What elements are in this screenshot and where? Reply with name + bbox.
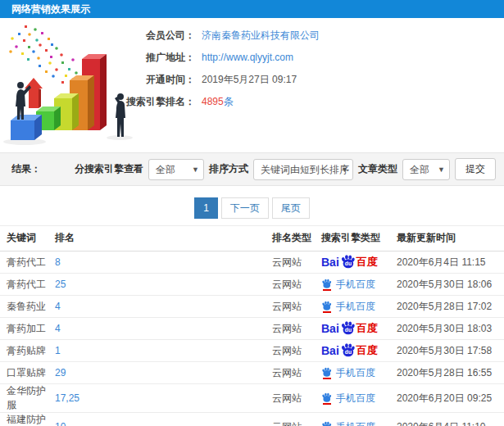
engine-cell: 手机百度 [321, 413, 397, 426]
baidu-du-text: du [345, 349, 352, 355]
baidu-du-text: du [345, 327, 352, 333]
keyword-cell: 秦鲁药业 [0, 296, 55, 318]
keyword-cell: 膏药贴牌 [0, 340, 55, 362]
rank-link[interactable]: 4 [55, 323, 61, 334]
baidu-mobile-logo[interactable]: 手机百度 [321, 300, 375, 314]
baidu-mobile-logo[interactable]: 手机百度 [321, 278, 375, 292]
rank-cell: 4 [55, 296, 272, 318]
header-rank-type: 排名类型 [272, 226, 321, 252]
table-row: 膏药加工 4 云网站 Bai du 百度 2020年5月30日 18:03 [0, 318, 504, 340]
header-update-time: 最新更新时间 [397, 226, 504, 252]
engine-filter-select[interactable]: 全部 ▼ [148, 159, 204, 180]
engine-cell: 手机百度 [321, 296, 397, 318]
table-row: 福建防护服 10 云网站 手机百度 2020年6月4日 11:10 [0, 413, 504, 426]
engine-cell: 手机百度 [321, 274, 397, 296]
page-title: 网络营销效果展示 [11, 3, 90, 15]
article-type-label: 文章类型 [358, 162, 397, 176]
pagination: 1 下一页 尾页 [0, 197, 504, 219]
rank-link[interactable]: 17,25 [55, 392, 79, 404]
next-page-button[interactable]: 下一页 [221, 197, 269, 219]
baidu-mobile-label: 手机百度 [336, 278, 375, 292]
baidu-paw-icon [321, 421, 332, 426]
table-row: 膏药代工 25 云网站 手机百度 2020年5月30日 18:06 [0, 274, 504, 296]
chevron-down-icon: ▼ [341, 160, 348, 179]
keyword-cell: 膏药代工 [0, 252, 55, 274]
baidu-mobile-logo[interactable]: 手机百度 [321, 420, 375, 426]
rank-cell: 1 [55, 340, 272, 362]
update-time-cell: 2020年6月4日 11:10 [397, 413, 504, 426]
rank-type-cell: 云网站 [272, 340, 321, 362]
page-1-button[interactable]: 1 [194, 197, 218, 219]
chevron-down-icon: ▼ [192, 160, 199, 179]
header-keyword: 关键词 [0, 226, 55, 252]
article-type-select[interactable]: 全部 ▼ [402, 159, 450, 180]
keyword-cell: 口罩贴牌 [0, 362, 55, 384]
update-time-cell: 2020年5月30日 18:03 [397, 318, 504, 340]
page-title-bar: 网络营销效果展示 [0, 0, 504, 18]
rank-cell: 17,25 [55, 384, 272, 413]
rank-type-cell: 云网站 [272, 274, 321, 296]
engine-rank-count: 4895 [202, 96, 224, 107]
promo-url-link[interactable]: http://www.qlyyjt.com [202, 51, 293, 65]
rank-cell: 29 [55, 362, 272, 384]
baidu-red-underline [323, 378, 331, 379]
update-time-cell: 2020年5月28日 17:02 [397, 296, 504, 318]
rank-cell: 8 [55, 252, 272, 274]
keyword-cell: 膏药加工 [0, 318, 55, 340]
engine-cell: 手机百度 [321, 362, 397, 384]
baidu-cn-text: 百度 [356, 343, 378, 358]
update-time-cell: 2020年5月30日 18:06 [397, 274, 504, 296]
rank-type-cell: 云网站 [272, 296, 321, 318]
baidu-du-text: du [345, 261, 352, 266]
article-type-value: 全部 [410, 164, 429, 175]
keyword-ranking-table: 关键词 排名 排名类型 搜索引擎类型 最新更新时间 膏药代工 8 云网站 Bai… [0, 225, 504, 426]
table-row: 秦鲁药业 4 云网站 手机百度 2020年5月28日 17:02 [0, 296, 504, 318]
last-page-button[interactable]: 尾页 [272, 197, 310, 219]
update-time-cell: 2020年5月30日 17:58 [397, 340, 504, 362]
table-row: 膏药贴牌 1 云网站 Bai du 百度 2020年5月30日 17:58 [0, 340, 504, 362]
baidu-paw-icon: du [340, 342, 356, 357]
baidu-pc-logo[interactable]: Bai du 百度 [321, 255, 378, 270]
rank-link[interactable]: 1 [55, 345, 61, 356]
update-time-cell: 2020年5月28日 16:55 [397, 362, 504, 384]
chevron-down-icon: ▼ [438, 160, 445, 179]
update-time-cell: 2020年6月20日 09:25 [397, 384, 504, 413]
rank-link[interactable]: 4 [55, 301, 61, 312]
rank-type-cell: 云网站 [272, 413, 321, 426]
businessman-right [115, 93, 125, 137]
rank-link[interactable]: 10 [55, 421, 66, 426]
keyword-cell: 金华防护服 [0, 384, 55, 413]
engine-cell: Bai du 百度 [321, 318, 397, 340]
filter-bar: 结果： 分搜索引擎查看 全部 ▼ 排序方式 关键词由短到长排序 ▼ 文章类型 全… [0, 152, 504, 186]
rank-cell: 25 [55, 274, 272, 296]
info-section: 会员公司： 济南秦鲁药业科技有限公司 推广地址： http://www.qlyy… [0, 18, 504, 152]
baidu-pc-logo[interactable]: Bai du 百度 [321, 343, 378, 358]
keyword-cell: 福建防护服 [0, 413, 55, 426]
results-label: 结果： [11, 162, 41, 176]
table-row: 金华防护服 17,25 云网站 手机百度 2020年6月20日 09:25 [0, 384, 504, 413]
rank-link[interactable]: 8 [55, 256, 61, 268]
baidu-mobile-logo[interactable]: 手机百度 [321, 366, 375, 380]
company-name-link[interactable]: 济南秦鲁药业科技有限公司 [202, 29, 320, 43]
baidu-pc-logo[interactable]: Bai du 百度 [321, 321, 378, 336]
rank-cell: 10 [55, 413, 272, 426]
engine-cell: Bai du 百度 [321, 252, 397, 274]
rank-link[interactable]: 25 [55, 279, 66, 290]
growth-chart-clipart [0, 21, 141, 149]
rank-type-cell: 云网站 [272, 384, 321, 413]
baidu-red-underline [323, 403, 331, 405]
rank-link[interactable]: 29 [55, 367, 66, 378]
engine-rank-unit: 条 [224, 96, 234, 107]
baidu-paw-icon [321, 301, 332, 313]
sort-select[interactable]: 关键词由短到长排序 ▼ [253, 159, 353, 180]
engine-filter-label: 分搜索引擎查看 [75, 162, 143, 176]
sort-value: 关键词由短到长排序 [261, 164, 349, 175]
baidu-paw-icon [321, 279, 332, 291]
baidu-paw-icon [321, 367, 332, 379]
baidu-mobile-label: 手机百度 [336, 420, 375, 426]
baidu-mobile-label: 手机百度 [336, 300, 375, 314]
baidu-mobile-label: 手机百度 [336, 366, 375, 380]
baidu-paw-icon: du [340, 254, 356, 269]
submit-button[interactable]: 提交 [455, 158, 496, 180]
baidu-mobile-logo[interactable]: 手机百度 [321, 392, 375, 406]
